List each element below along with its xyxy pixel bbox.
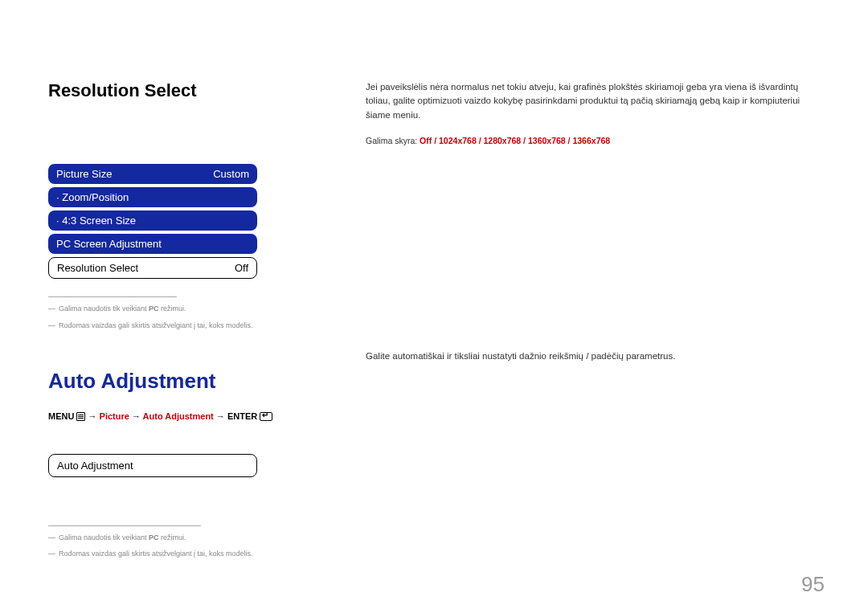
menu-icon (76, 412, 85, 421)
menu-value: Custom (213, 168, 249, 180)
footnote-model: ―Rodomas vaizdas gali skirtis atsižvelgi… (48, 321, 313, 331)
footnote-model-2: ―Rodomas vaizdas gali skirtis atsižvelgi… (48, 549, 313, 559)
enter-icon (260, 412, 272, 421)
picture-menu: Picture Size Custom · Zoom/Position · 4:… (48, 164, 257, 279)
resolution-select-heading: Resolution Select (48, 80, 313, 101)
menu-resolution-select[interactable]: Resolution Select Off (48, 257, 257, 279)
menu-label: Picture Size (56, 168, 112, 180)
menu-zoom-position[interactable]: · Zoom/Position (48, 187, 257, 207)
divider (48, 296, 177, 297)
page-number: 95 (801, 572, 825, 597)
footnote-pc-mode-2: ―Galima naudotis tik veikiant PC režimui… (48, 533, 313, 543)
menu-label: Resolution Select (57, 262, 138, 274)
menu-picture-size[interactable]: Picture Size Custom (48, 164, 257, 184)
menu-value: Off (235, 262, 248, 274)
auto-adjustment-label: Auto Adjustment (57, 460, 133, 472)
resolution-select-description: Jei paveikslėlis nėra normalus net tokiu… (366, 80, 820, 122)
footnote-pc-mode: ―Galima naudotis tik veikiant PC režimui… (48, 304, 313, 314)
auto-adjustment-box[interactable]: Auto Adjustment (48, 454, 257, 477)
menu-43-screen-size[interactable]: · 4:3 Screen Size (48, 210, 257, 231)
menu-pc-screen-adjustment[interactable]: PC Screen Adjustment (48, 234, 257, 254)
menu-label: PC Screen Adjustment (56, 238, 162, 250)
menu-path: MENU → Picture → Auto Adjustment → ENTER (48, 411, 313, 422)
menu-label: · Zoom/Position (56, 191, 129, 203)
menu-label: · 4:3 Screen Size (56, 215, 136, 227)
auto-adjustment-heading: Auto Adjustment (48, 369, 313, 394)
auto-adjustment-description: Galite automatiškai ir tiksliai nustatyt… (366, 349, 820, 363)
resolution-options: Galima skyra: Off / 1024x768 / 1280x768 … (366, 135, 820, 148)
divider (48, 525, 201, 526)
